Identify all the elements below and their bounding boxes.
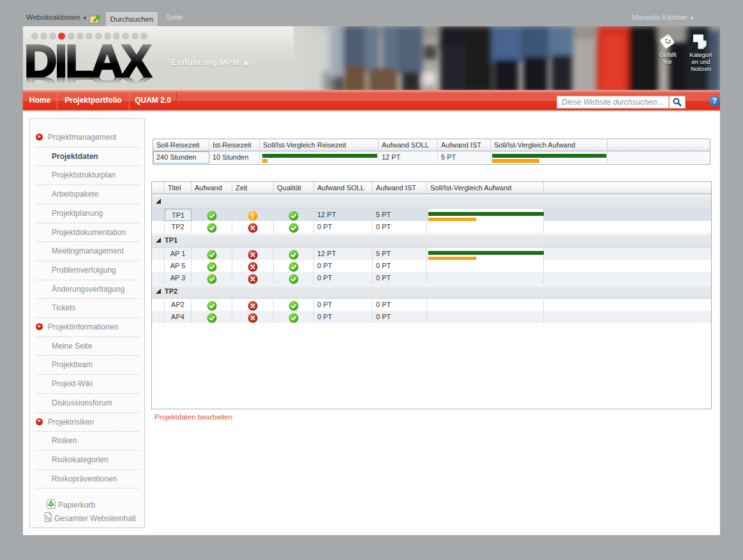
svg-text:DILAX: DILAX — [24, 73, 152, 90]
